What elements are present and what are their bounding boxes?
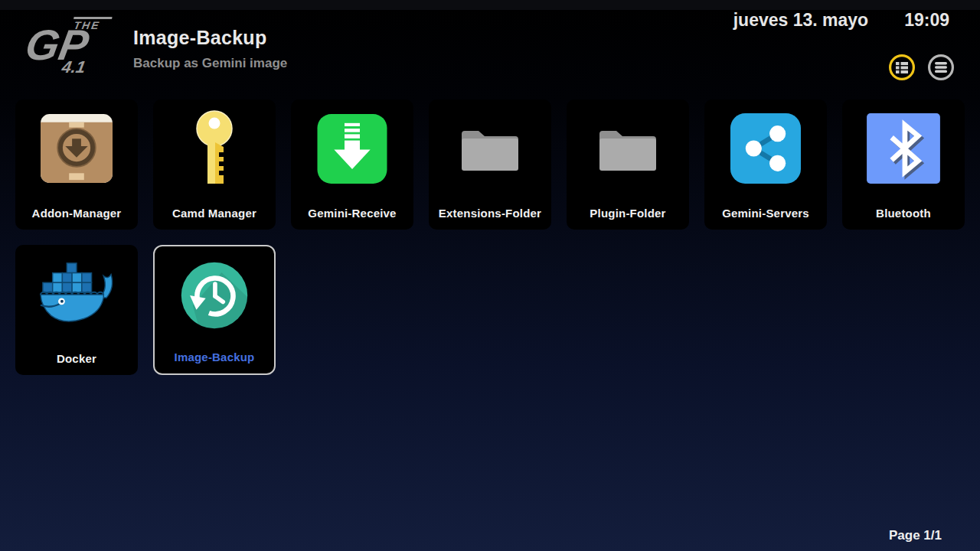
tile-camd-manager[interactable]: Camd Manager bbox=[153, 99, 276, 230]
bluetooth-icon bbox=[858, 109, 949, 188]
tile-docker[interactable]: Docker bbox=[15, 245, 138, 375]
tile-addon-manager[interactable]: Addon-Manager bbox=[15, 99, 138, 230]
tile-bluetooth[interactable]: Bluetooth bbox=[842, 99, 965, 230]
top-strip bbox=[0, 0, 980, 10]
header-buttons bbox=[888, 54, 955, 81]
addon-box-icon bbox=[31, 109, 122, 188]
tile-label: Gemini-Servers bbox=[704, 207, 827, 220]
page-indicator: Page 1/1 bbox=[889, 528, 942, 543]
plugin-tile-grid: Addon-Manager Camd Manager bbox=[15, 99, 965, 375]
folder-icon bbox=[444, 109, 536, 188]
list-view-button[interactable] bbox=[888, 54, 916, 81]
image-backup-screen: THE GP 4.1 Image-Backup Backup as Gemini… bbox=[0, 0, 980, 551]
tile-gemini-receive[interactable]: Gemini-Receive bbox=[291, 99, 413, 230]
docker-whale-icon bbox=[31, 254, 122, 334]
tile-label: Camd Manager bbox=[153, 207, 276, 220]
tile-label: Bluetooth bbox=[842, 207, 965, 220]
svg-text:4.1: 4.1 bbox=[60, 57, 87, 77]
tile-gemini-servers[interactable]: Gemini-Servers bbox=[704, 99, 827, 230]
tile-label: Image-Backup bbox=[155, 350, 274, 364]
time-machine-icon bbox=[168, 256, 260, 335]
time-text: 19:09 bbox=[904, 10, 949, 31]
menu-button[interactable] bbox=[927, 54, 955, 81]
date-text: jueves 13. mayo bbox=[733, 10, 868, 31]
page-subtitle: Backup as Gemini image bbox=[133, 56, 287, 71]
tile-image-backup[interactable]: Image-Backup bbox=[153, 245, 276, 375]
folder-icon bbox=[582, 109, 674, 188]
tile-label: Docker bbox=[15, 352, 138, 365]
page-title: Image-Backup bbox=[133, 27, 287, 49]
key-icon bbox=[168, 109, 260, 188]
datetime: jueves 13. mayo 19:09 bbox=[733, 10, 949, 31]
tile-extensions-folder[interactable]: Extensions-Folder bbox=[429, 99, 551, 230]
download-arrow-icon bbox=[306, 109, 398, 188]
gp41-logo-graphic: THE GP 4.1 bbox=[18, 11, 119, 77]
menu-icon bbox=[927, 72, 955, 83]
title-block: Image-Backup Backup as Gemini image bbox=[133, 27, 287, 71]
tile-label: Plugin-Folder bbox=[567, 207, 689, 220]
tile-label: Extensions-Folder bbox=[429, 207, 551, 220]
gp41-logo: THE GP 4.1 bbox=[18, 11, 119, 80]
list-view-icon bbox=[888, 72, 916, 83]
share-icon bbox=[720, 109, 812, 188]
tile-label: Addon-Manager bbox=[15, 207, 138, 220]
tile-label: Gemini-Receive bbox=[291, 207, 413, 220]
tile-plugin-folder[interactable]: Plugin-Folder bbox=[567, 99, 689, 230]
